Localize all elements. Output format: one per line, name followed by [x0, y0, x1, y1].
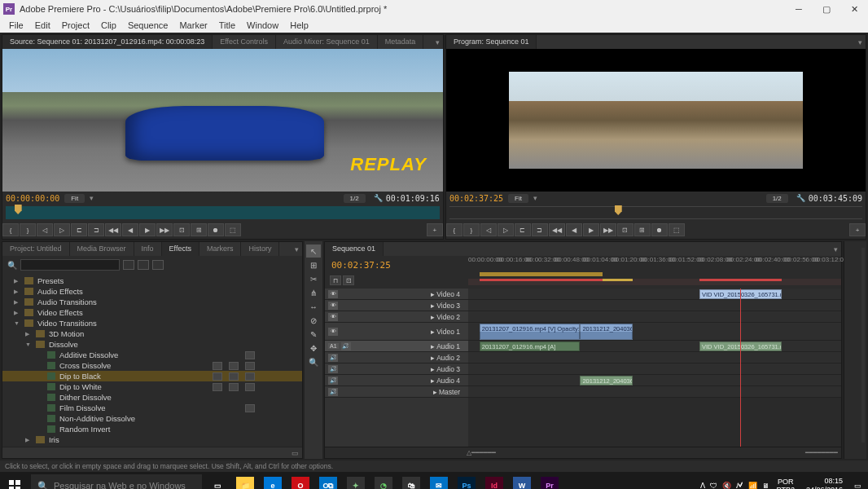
tool-button[interactable]: ⋔ [306, 286, 321, 299]
track-header[interactable]: 👁▸ Video 2 [325, 311, 468, 323]
maximize-button[interactable]: ▢ [813, 0, 840, 18]
taskbar-app-outlook[interactable]: O⧉ [314, 472, 342, 489]
settings-icon[interactable]: 🔧 [796, 194, 805, 202]
tree-effect[interactable]: Dip to White [2, 381, 302, 392]
transport-button[interactable]: { [2, 223, 19, 236]
track-header[interactable]: A1🔊▸ Audio 1 [325, 341, 468, 352]
tray-icon[interactable]: 🔇 [722, 482, 731, 489]
transport-button[interactable]: ⬚ [669, 223, 685, 236]
taskbar-app-task-view[interactable]: ▭ [204, 472, 231, 489]
source-tc-current[interactable]: 00:00:00:00 [6, 194, 59, 203]
clip[interactable]: 20131212_204036.mp4 [V] Y ▾ [580, 324, 632, 340]
new-bin-icon[interactable]: ▭ [292, 449, 299, 457]
transport-button[interactable]: ⊡ [173, 223, 190, 236]
speaker-icon[interactable]: 🔊 [328, 365, 338, 373]
tool-button[interactable]: ⊞ [306, 258, 321, 271]
taskbar-app-opera[interactable]: O [287, 472, 314, 489]
tree-folder[interactable]: ▶Iris [2, 434, 302, 445]
tab[interactable]: Source: Sequence 01: 20131207_012916.mp4… [2, 35, 213, 49]
eye-icon[interactable]: 👁 [328, 313, 338, 321]
eye-icon[interactable]: 👁 [328, 328, 338, 336]
taskbar-app-store[interactable]: 🛍 [397, 472, 425, 489]
tree-folder[interactable]: ▼Dissolve [2, 339, 302, 350]
settings-icon[interactable]: 🔧 [374, 194, 383, 202]
program-tc-current[interactable]: 00:02:37:25 [449, 194, 503, 203]
clip[interactable]: 20131207_012916.mp4 [A] [480, 341, 581, 351]
track-header[interactable]: 🔊▸ Master [325, 386, 468, 398]
effects-tree[interactable]: ▶Presets▶Audio Effects▶Audio Transitions… [2, 274, 302, 447]
tool-button[interactable]: ✥ [306, 341, 321, 355]
track-lane[interactable] [468, 352, 841, 363]
track-header[interactable]: 👁▸ Video 3 [325, 300, 468, 311]
tab[interactable]: Audio Mixer: Sequence 01 [276, 35, 378, 49]
tab[interactable]: Program: Sequence 01 [446, 35, 537, 49]
transport-button[interactable]: ⊞ [634, 223, 651, 236]
timeline-zoom-bar[interactable]: △━━━━━━ ━━━━━━━━ [325, 447, 841, 458]
timeline-scrollbar[interactable]: ━━━━━━━━ [805, 449, 838, 456]
source-playhead[interactable] [15, 205, 22, 214]
menu-project[interactable]: Project [56, 20, 95, 30]
speaker-icon[interactable]: 🔊 [328, 377, 338, 385]
program-zoom-dropdown[interactable]: 1/2 [766, 194, 788, 203]
taskbar-app-explorer[interactable]: 📁 [231, 472, 259, 489]
track-lane[interactable]: 20131212_204036.mp4 [468, 375, 841, 386]
disclosure-arrow-icon[interactable]: ▶ [14, 278, 20, 284]
track-header[interactable]: 👁▸ Video 4 [325, 289, 468, 300]
transport-button[interactable]: ▶ [583, 223, 599, 236]
disclosure-arrow-icon[interactable]: ▶ [14, 310, 20, 316]
track-lane[interactable]: VID VID_20150326_165731.mp4 [V] [468, 289, 841, 300]
disclosure-arrow-icon[interactable]: ▶ [25, 437, 32, 443]
tree-folder[interactable]: ▼Video Transitions [2, 318, 302, 328]
transport-button[interactable]: ◀◀ [105, 223, 121, 236]
taskbar-app-edge[interactable]: e [259, 472, 287, 489]
filter-yuv[interactable] [152, 260, 164, 270]
tree-folder[interactable]: ▶3D Motion [2, 328, 302, 339]
tree-folder[interactable]: ▶Video Effects [2, 307, 302, 318]
tree-effect[interactable]: Cross Dissolve [2, 360, 302, 371]
menu-clip[interactable]: Clip [95, 20, 122, 30]
transport-button[interactable]: ⊏ [71, 223, 87, 236]
tab[interactable]: Metadata [378, 35, 424, 49]
track-header[interactable]: 🔊▸ Audio 2 [325, 352, 468, 363]
menu-file[interactable]: File [3, 20, 29, 30]
taskbar-app-mail[interactable]: ✉ [425, 472, 453, 489]
tab[interactable]: Info [134, 242, 162, 256]
transport-button[interactable]: ▶▶ [156, 223, 173, 236]
tree-effect[interactable]: Additive Dissolve [2, 350, 302, 360]
add-button-icon[interactable]: + [849, 223, 866, 236]
clip[interactable]: 20131207_012916.mp4 [V] Opacity:Opacity … [480, 324, 581, 340]
taskbar-app-indesign[interactable]: Id [480, 472, 508, 489]
taskbar-app-app1[interactable]: ✦ [342, 472, 370, 489]
source-monitor-viewport[interactable]: REPLAY [2, 49, 443, 192]
timeline-ruler[interactable]: 00:00:00:0000:00:16:0000:00:32:0000:00:4… [468, 256, 841, 271]
tray-icon[interactable]: 📶 [748, 482, 757, 489]
tab[interactable]: Markers [199, 242, 242, 256]
taskbar-clock[interactable]: 08:15 24/06/2016 [801, 477, 848, 489]
transport-button[interactable]: ⊐ [88, 223, 104, 236]
tree-effect[interactable]: Film Dissolve [2, 403, 302, 413]
transport-button[interactable]: ◀◀ [549, 223, 565, 236]
snap-toggle[interactable]: ⊓ [330, 275, 341, 285]
tree-folder[interactable]: ▶Audio Effects [2, 286, 302, 297]
linked-selection[interactable]: ⊡ [343, 275, 354, 285]
program-scrubbar[interactable] [449, 206, 862, 219]
tray-icon[interactable]: 🖥 [762, 482, 769, 489]
tree-effect[interactable]: Non-Additive Dissolve [2, 413, 302, 424]
transport-button[interactable]: ⏺ [208, 223, 224, 236]
transport-button[interactable]: ⊐ [532, 223, 548, 236]
menu-marker[interactable]: Marker [173, 20, 213, 30]
taskbar-search[interactable]: 🔍 Pesquisar na Web e no Windows [31, 474, 202, 489]
tree-effect[interactable]: Random Invert [2, 424, 302, 434]
start-button[interactable] [0, 472, 29, 489]
tool-button[interactable]: 🔍 [306, 355, 321, 368]
tree-folder[interactable]: ▶Audio Transitions [2, 297, 302, 307]
timeline-workarea[interactable] [468, 271, 841, 279]
transport-button[interactable]: ◀ [122, 223, 138, 236]
transport-button[interactable]: ⏺ [651, 223, 668, 236]
source-fit-dropdown[interactable]: Fit [64, 194, 85, 203]
tab[interactable]: History [241, 242, 279, 256]
transport-button[interactable]: ⊏ [515, 223, 531, 236]
taskbar-app-premiere[interactable]: Pr [536, 472, 563, 489]
eye-icon[interactable]: 👁 [328, 302, 338, 310]
transport-button[interactable]: ⊡ [617, 223, 633, 236]
